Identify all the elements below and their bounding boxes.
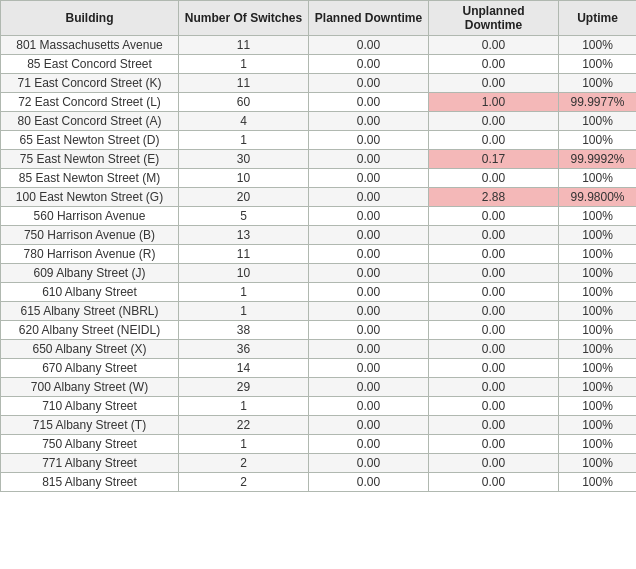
cell-switches: 1	[179, 55, 309, 74]
cell-building: 609 Albany Street (J)	[1, 264, 179, 283]
table-row: 615 Albany Street (NBRL)10.000.00100%	[1, 302, 637, 321]
cell-planned: 0.00	[309, 55, 429, 74]
cell-uptime: 100%	[559, 359, 637, 378]
cell-planned: 0.00	[309, 473, 429, 492]
cell-uptime: 100%	[559, 36, 637, 55]
cell-switches: 38	[179, 321, 309, 340]
cell-unplanned: 2.88	[429, 188, 559, 207]
cell-uptime: 100%	[559, 302, 637, 321]
cell-building: 670 Albany Street	[1, 359, 179, 378]
cell-planned: 0.00	[309, 226, 429, 245]
table-row: 715 Albany Street (T)220.000.00100%	[1, 416, 637, 435]
cell-building: 560 Harrison Avenue	[1, 207, 179, 226]
cell-uptime: 100%	[559, 435, 637, 454]
cell-building: 65 East Newton Street (D)	[1, 131, 179, 150]
header-planned: Planned Downtime	[309, 1, 429, 36]
cell-uptime: 100%	[559, 397, 637, 416]
cell-planned: 0.00	[309, 131, 429, 150]
table-row: 815 Albany Street20.000.00100%	[1, 473, 637, 492]
cell-unplanned: 0.00	[429, 245, 559, 264]
cell-unplanned: 0.00	[429, 473, 559, 492]
cell-uptime: 100%	[559, 169, 637, 188]
cell-unplanned: 0.00	[429, 226, 559, 245]
cell-planned: 0.00	[309, 416, 429, 435]
table-row: 710 Albany Street10.000.00100%	[1, 397, 637, 416]
cell-uptime: 100%	[559, 207, 637, 226]
table-row: 780 Harrison Avenue (R)110.000.00100%	[1, 245, 637, 264]
cell-switches: 22	[179, 416, 309, 435]
main-container: Building Number Of Switches Planned Down…	[0, 0, 636, 492]
cell-switches: 1	[179, 302, 309, 321]
cell-uptime: 100%	[559, 245, 637, 264]
table-body: 801 Massachusetts Avenue110.000.00100%85…	[1, 36, 637, 492]
table-row: 100 East Newton Street (G)200.002.8899.9…	[1, 188, 637, 207]
cell-building: 80 East Concord Street (A)	[1, 112, 179, 131]
cell-unplanned: 0.00	[429, 74, 559, 93]
cell-uptime: 100%	[559, 55, 637, 74]
cell-unplanned: 0.00	[429, 397, 559, 416]
cell-unplanned: 0.00	[429, 416, 559, 435]
table-row: 560 Harrison Avenue50.000.00100%	[1, 207, 637, 226]
table-row: 650 Albany Street (X)360.000.00100%	[1, 340, 637, 359]
cell-planned: 0.00	[309, 283, 429, 302]
cell-uptime: 100%	[559, 264, 637, 283]
cell-uptime: 100%	[559, 112, 637, 131]
network-table: Building Number Of Switches Planned Down…	[0, 0, 636, 492]
cell-building: 72 East Concord Street (L)	[1, 93, 179, 112]
cell-switches: 5	[179, 207, 309, 226]
table-row: 71 East Concord Street (K)110.000.00100%	[1, 74, 637, 93]
cell-planned: 0.00	[309, 321, 429, 340]
cell-switches: 10	[179, 264, 309, 283]
cell-switches: 13	[179, 226, 309, 245]
cell-unplanned: 0.00	[429, 36, 559, 55]
cell-planned: 0.00	[309, 112, 429, 131]
cell-unplanned: 0.00	[429, 55, 559, 74]
cell-building: 715 Albany Street (T)	[1, 416, 179, 435]
cell-planned: 0.00	[309, 93, 429, 112]
table-row: 75 East Newton Street (E)300.000.1799.99…	[1, 150, 637, 169]
table-row: 610 Albany Street10.000.00100%	[1, 283, 637, 302]
cell-switches: 1	[179, 283, 309, 302]
cell-unplanned: 1.00	[429, 93, 559, 112]
cell-uptime: 100%	[559, 226, 637, 245]
table-row: 72 East Concord Street (L)600.001.0099.9…	[1, 93, 637, 112]
cell-switches: 1	[179, 397, 309, 416]
table-row: 65 East Newton Street (D)10.000.00100%	[1, 131, 637, 150]
cell-unplanned: 0.00	[429, 207, 559, 226]
header-uptime: Uptime	[559, 1, 637, 36]
table-row: 85 East Newton Street (M)100.000.00100%	[1, 169, 637, 188]
cell-building: 750 Harrison Avenue (B)	[1, 226, 179, 245]
cell-switches: 30	[179, 150, 309, 169]
cell-planned: 0.00	[309, 150, 429, 169]
cell-unplanned: 0.00	[429, 131, 559, 150]
cell-building: 85 East Newton Street (M)	[1, 169, 179, 188]
cell-planned: 0.00	[309, 74, 429, 93]
cell-uptime: 100%	[559, 473, 637, 492]
cell-switches: 36	[179, 340, 309, 359]
cell-uptime: 100%	[559, 416, 637, 435]
cell-planned: 0.00	[309, 435, 429, 454]
cell-switches: 11	[179, 245, 309, 264]
cell-unplanned: 0.00	[429, 283, 559, 302]
cell-planned: 0.00	[309, 188, 429, 207]
cell-planned: 0.00	[309, 340, 429, 359]
table-row: 670 Albany Street140.000.00100%	[1, 359, 637, 378]
table-row: 620 Albany Street (NEIDL)380.000.00100%	[1, 321, 637, 340]
cell-building: 700 Albany Street (W)	[1, 378, 179, 397]
cell-unplanned: 0.00	[429, 435, 559, 454]
cell-switches: 2	[179, 473, 309, 492]
cell-uptime: 100%	[559, 321, 637, 340]
header-row: Building Number Of Switches Planned Down…	[1, 1, 637, 36]
cell-building: 610 Albany Street	[1, 283, 179, 302]
cell-uptime: 99.9977%	[559, 93, 637, 112]
cell-building: 771 Albany Street	[1, 454, 179, 473]
cell-building: 75 East Newton Street (E)	[1, 150, 179, 169]
header-building: Building	[1, 1, 179, 36]
cell-uptime: 100%	[559, 283, 637, 302]
cell-unplanned: 0.00	[429, 169, 559, 188]
cell-switches: 14	[179, 359, 309, 378]
cell-switches: 20	[179, 188, 309, 207]
cell-building: 750 Albany Street	[1, 435, 179, 454]
cell-planned: 0.00	[309, 36, 429, 55]
cell-planned: 0.00	[309, 397, 429, 416]
